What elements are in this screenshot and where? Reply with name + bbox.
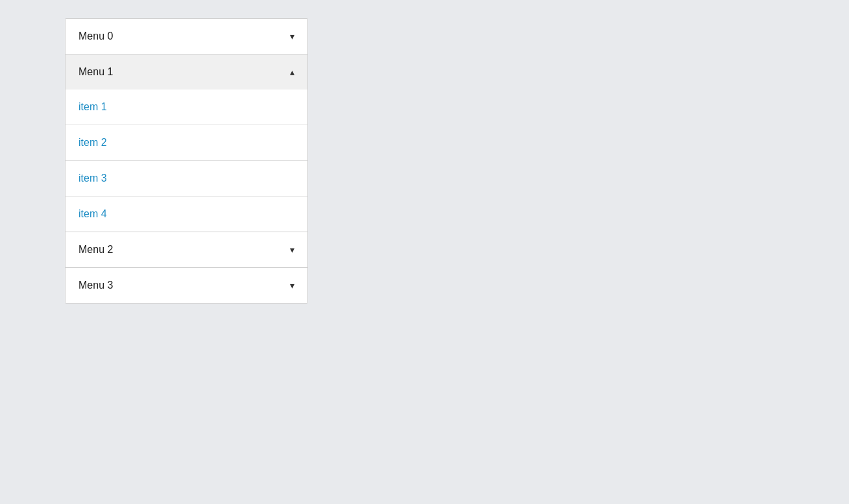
chevron-down-icon-menu3: ▾	[290, 281, 294, 290]
chevron-up-icon-menu1: ▴	[290, 67, 294, 77]
chevron-down-icon-menu0: ▾	[290, 32, 294, 41]
item1-label: item 1	[78, 101, 107, 112]
accordion-content-menu1: item 1 item 2 item 3 item 4	[66, 90, 307, 232]
chevron-down-icon-menu2: ▾	[290, 245, 294, 254]
menu1-label: Menu 1	[78, 66, 113, 78]
list-item-item1[interactable]: item 1	[66, 90, 307, 125]
item3-label: item 3	[78, 173, 107, 184]
accordion-item-menu0: Menu 0 ▾	[66, 19, 307, 54]
list-item-item2[interactable]: item 2	[66, 125, 307, 160]
accordion-header-menu2[interactable]: Menu 2 ▾	[66, 232, 307, 267]
accordion-item-menu1: Menu 1 ▴ item 1 item 2 item 3 item 4	[66, 54, 307, 232]
item4-label: item 4	[78, 208, 107, 219]
item2-label: item 2	[78, 137, 107, 148]
accordion-header-menu1[interactable]: Menu 1 ▴	[66, 54, 307, 90]
accordion-item-menu2: Menu 2 ▾	[66, 232, 307, 268]
accordion: Menu 0 ▾ Menu 1 ▴ item 1 item 2 item 3	[65, 18, 308, 304]
accordion-header-menu3[interactable]: Menu 3 ▾	[66, 268, 307, 303]
list-item-item4[interactable]: item 4	[66, 196, 307, 232]
menu0-label: Menu 0	[78, 30, 113, 42]
menu3-label: Menu 3	[78, 280, 113, 291]
list-item-item3[interactable]: item 3	[66, 160, 307, 196]
accordion-item-menu3: Menu 3 ▾	[66, 268, 307, 303]
page-container: Menu 0 ▾ Menu 1 ▴ item 1 item 2 item 3	[0, 0, 849, 504]
accordion-header-menu0[interactable]: Menu 0 ▾	[66, 19, 307, 54]
menu2-label: Menu 2	[78, 244, 113, 256]
